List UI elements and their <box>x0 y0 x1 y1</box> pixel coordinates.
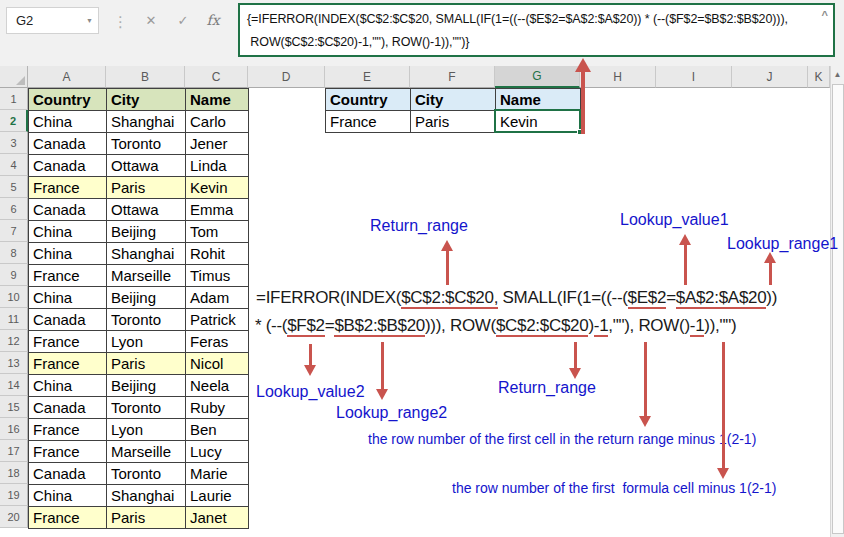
formula-highlighted-token: -1 <box>690 316 705 337</box>
label-lookup-value1: Lookup_value1 <box>620 211 729 229</box>
arrow-shaft <box>574 342 577 371</box>
formula-text: * (--( <box>255 316 287 335</box>
grid-pointer-arrow <box>575 58 592 134</box>
formula-text: ))), ROW( <box>425 316 496 335</box>
arrow-shaft <box>769 260 772 285</box>
formula-text: = <box>666 288 676 307</box>
arrow-shaft <box>581 69 585 134</box>
formula-text: ,""), ROW() <box>608 316 689 335</box>
formula-text: = <box>325 316 335 335</box>
arrow-note2 <box>717 342 730 479</box>
arrow-shaft <box>309 344 312 368</box>
formula-text: SMALL(IF(1=((--( <box>498 288 628 307</box>
formula-highlighted-token: $B$2:$B$20 <box>334 316 425 337</box>
arrow-note1 <box>639 342 652 427</box>
formula-text: )),"") <box>704 316 736 335</box>
arrow-shaft <box>722 342 725 471</box>
formula-highlighted-token: $C$2:$C$20, <box>401 288 498 309</box>
annotated-formula-line1: =IFERROR(INDEX($C$2:$C$20, SMALL(IF(1=((… <box>256 288 777 308</box>
label-return-range-bottom: Return_range <box>498 379 596 397</box>
arrow-shaft <box>446 248 449 285</box>
arrow-lookup-range1 <box>764 252 777 285</box>
label-lookup-range2: Lookup_range2 <box>336 404 447 422</box>
formula-text: =IFERROR(INDEX( <box>256 288 401 307</box>
note-formula-cell-minus1: the row number of the first formula cell… <box>452 480 776 496</box>
note-return-range-minus1: the row number of the first cell in the … <box>368 431 756 447</box>
label-lookup-range1: Lookup_range1 <box>727 235 838 253</box>
label-lookup-value2: Lookup_value2 <box>256 383 365 401</box>
annotated-formula-line2: * (--($F$2=$B$2:$B$20))), ROW($C$2:$C$20… <box>255 316 736 336</box>
arrow-return-range-bottom <box>569 342 582 379</box>
arrow-shaft <box>684 242 687 285</box>
formula-highlighted-token: -1 <box>594 316 609 337</box>
formula-highlighted-token: $C$2:$C$20 <box>496 316 588 337</box>
arrow-shaft <box>644 342 647 419</box>
arrow-return-range-top <box>441 240 454 285</box>
arrow-lookup-range2 <box>376 342 389 400</box>
arrow-lookup-value1 <box>679 234 692 285</box>
formula-highlighted-token: $A$2:$A$20 <box>676 288 767 309</box>
annotation-layer: =IFERROR(INDEX($C$2:$C$20, SMALL(IF(1=((… <box>0 0 844 537</box>
formula-highlighted-token: $F$2 <box>287 316 325 337</box>
formula-text: )) <box>766 288 777 307</box>
arrow-shaft <box>381 342 384 392</box>
arrow-lookup-value2 <box>304 344 317 376</box>
formula-highlighted-token: $E$2 <box>628 288 667 309</box>
formula-text: ) <box>588 316 593 335</box>
label-return-range-top: Return_range <box>370 217 468 235</box>
